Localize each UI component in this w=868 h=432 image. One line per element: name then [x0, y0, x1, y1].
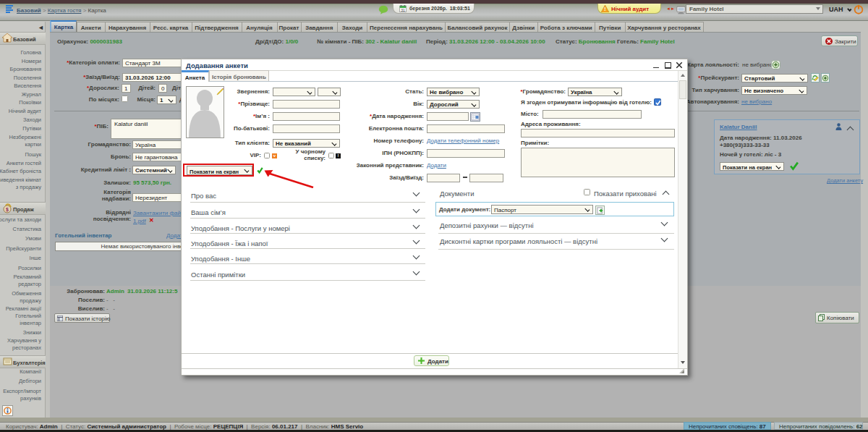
svg-text:$: $ [6, 207, 9, 213]
svg-text:31: 31 [401, 8, 405, 12]
svg-text:!: ! [604, 7, 605, 12]
